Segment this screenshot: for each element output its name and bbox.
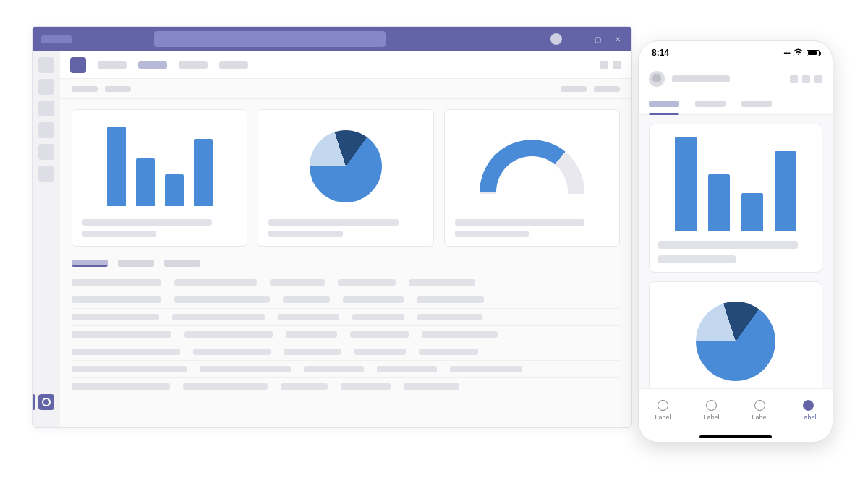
card-text-line	[658, 255, 736, 263]
window-maximize-button[interactable]: ▢	[592, 34, 603, 44]
table-cell	[172, 314, 265, 320]
tab[interactable]	[219, 61, 248, 69]
table-cell	[72, 366, 187, 372]
tab[interactable]	[179, 61, 208, 69]
pie-chart	[696, 302, 775, 381]
table-row[interactable]	[72, 360, 620, 377]
window-minimize-button[interactable]: —	[572, 34, 582, 44]
header-icon[interactable]	[802, 75, 810, 83]
rail-item-active[interactable]	[38, 394, 54, 410]
rail-item[interactable]	[38, 122, 54, 138]
card-text-line	[82, 219, 212, 226]
profile-avatar[interactable]	[550, 33, 562, 45]
section-tab[interactable]	[164, 260, 200, 267]
pie-chart	[310, 130, 382, 202]
toolbar-action[interactable]	[561, 86, 587, 92]
table-row[interactable]	[72, 377, 620, 395]
table-cell	[270, 279, 324, 286]
rail-item[interactable]	[38, 79, 54, 95]
card-bar-chart[interactable]	[72, 109, 247, 247]
table-cell	[72, 331, 171, 338]
app-title-placeholder	[41, 35, 72, 43]
nav-label: Label	[800, 414, 816, 421]
table-row[interactable]	[72, 343, 620, 360]
toolbar-icon[interactable]	[600, 61, 608, 69]
card-text-line	[268, 219, 398, 226]
tab[interactable]	[98, 61, 127, 69]
profile-avatar[interactable]	[649, 71, 665, 87]
header-icon[interactable]	[790, 75, 798, 83]
table-cell	[409, 279, 475, 286]
table-cell	[404, 383, 459, 390]
app-icon	[42, 398, 51, 406]
card-pie-chart[interactable]	[258, 109, 433, 247]
tab-app-icon	[70, 57, 86, 73]
window-close-button[interactable]: ✕	[613, 34, 623, 44]
search-input[interactable]	[154, 31, 386, 47]
toolbar-icon[interactable]	[613, 61, 621, 69]
nav-item[interactable]: Label	[639, 389, 687, 432]
table-cell	[338, 279, 396, 286]
table-cell	[354, 349, 406, 355]
table-cell	[174, 296, 271, 303]
dashboard-cards-row	[60, 99, 631, 257]
section-tabs	[60, 257, 631, 267]
mobile-card-pie[interactable]	[649, 281, 822, 388]
table-cell	[343, 296, 404, 303]
battery-icon	[807, 50, 820, 56]
mobile-device-frame: 8:14	[638, 40, 833, 443]
home-indicator[interactable]	[639, 432, 833, 442]
table-cell	[183, 383, 267, 390]
table-cell	[417, 296, 484, 303]
mobile-bottom-nav: Label Label Label Label	[639, 388, 833, 432]
nav-item[interactable]: Label	[687, 389, 736, 432]
table-row[interactable]	[72, 291, 620, 308]
tab-active[interactable]	[138, 61, 167, 69]
nav-icon	[754, 400, 765, 411]
table-cell	[283, 296, 329, 303]
table-cell	[72, 279, 161, 286]
rail-item[interactable]	[38, 166, 54, 182]
rail-item[interactable]	[38, 57, 54, 73]
section-tab-active[interactable]	[72, 260, 108, 267]
nav-label: Label	[655, 414, 671, 421]
mobile-card-bar[interactable]	[649, 124, 822, 273]
table-cell	[350, 331, 409, 338]
card-gauge-chart[interactable]	[444, 109, 620, 247]
rail-item[interactable]	[38, 144, 54, 160]
breadcrumb-segment[interactable]	[105, 86, 131, 92]
table-cell	[200, 366, 291, 372]
card-text-line	[455, 231, 529, 237]
breadcrumb	[60, 79, 631, 99]
header-icon[interactable]	[814, 75, 822, 83]
nav-item[interactable]: Label	[736, 389, 784, 432]
table-row[interactable]	[72, 308, 620, 325]
breadcrumb-segment[interactable]	[72, 86, 98, 92]
table-cell	[417, 314, 482, 320]
nav-label: Label	[752, 414, 767, 421]
gauge-chart	[480, 140, 584, 194]
mobile-content[interactable]	[639, 115, 833, 388]
nav-label: Label	[703, 414, 719, 421]
tab-bar	[60, 51, 631, 79]
table-cell	[174, 279, 257, 286]
app-left-rail	[33, 51, 60, 427]
nav-icon	[803, 400, 814, 411]
table-row[interactable]	[72, 274, 620, 291]
table-cell	[450, 366, 522, 372]
section-tab[interactable]	[118, 260, 154, 267]
nav-item-active[interactable]: Label	[784, 389, 833, 432]
mobile-tab-active[interactable]	[649, 101, 679, 107]
table-cell	[304, 366, 364, 372]
mobile-tab[interactable]	[741, 101, 772, 107]
table-cell	[284, 349, 342, 355]
signal-icon	[783, 48, 790, 57]
table-cell	[286, 331, 337, 338]
mobile-tab[interactable]	[695, 101, 726, 107]
table-cell	[184, 331, 272, 338]
toolbar-action[interactable]	[594, 86, 620, 92]
card-text-line	[268, 231, 342, 237]
mobile-tabs	[639, 93, 833, 115]
table-row[interactable]	[72, 325, 620, 343]
rail-item[interactable]	[38, 101, 54, 116]
